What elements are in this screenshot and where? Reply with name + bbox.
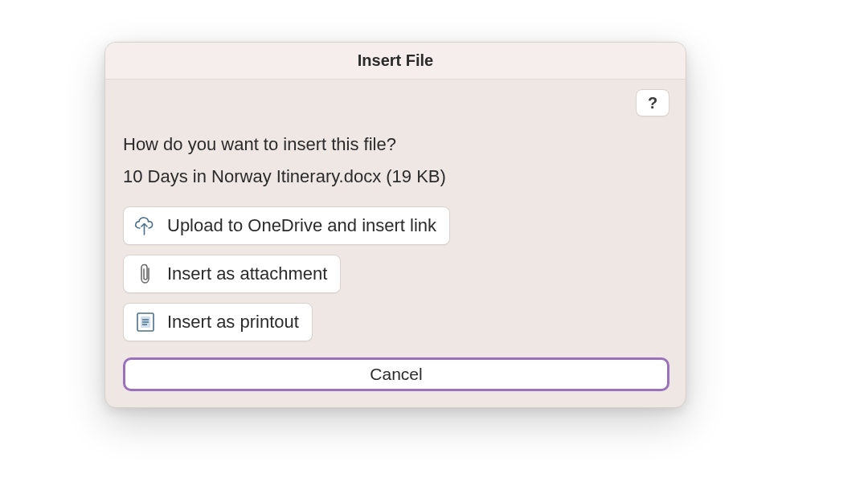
file-name-text: 10 Days in Norway Itinerary.docx (19 KB) — [123, 166, 669, 187]
insert-prompt-text: How do you want to insert this file? — [123, 134, 669, 155]
dialog-titlebar: Insert File — [105, 43, 686, 80]
help-icon: ? — [648, 94, 657, 112]
insert-printout-button[interactable]: Insert as printout — [123, 303, 313, 341]
cancel-button[interactable]: Cancel — [123, 357, 669, 391]
dialog-body: ? How do you want to insert this file? 1… — [105, 80, 686, 407]
upload-onedrive-button[interactable]: Upload to OneDrive and insert link — [123, 206, 450, 245]
paperclip-icon — [133, 262, 158, 286]
insert-file-dialog: Insert File ? How do you want to insert … — [104, 42, 686, 408]
printout-page-icon — [133, 310, 158, 334]
insert-printout-label: Insert as printout — [167, 312, 299, 333]
insert-attachment-button[interactable]: Insert as attachment — [123, 255, 341, 293]
insert-attachment-label: Insert as attachment — [167, 263, 327, 284]
dialog-title: Insert File — [358, 51, 433, 70]
help-button[interactable]: ? — [636, 89, 669, 116]
cloud-upload-icon — [133, 214, 158, 238]
cancel-label: Cancel — [370, 365, 422, 384]
upload-onedrive-label: Upload to OneDrive and insert link — [167, 215, 436, 236]
